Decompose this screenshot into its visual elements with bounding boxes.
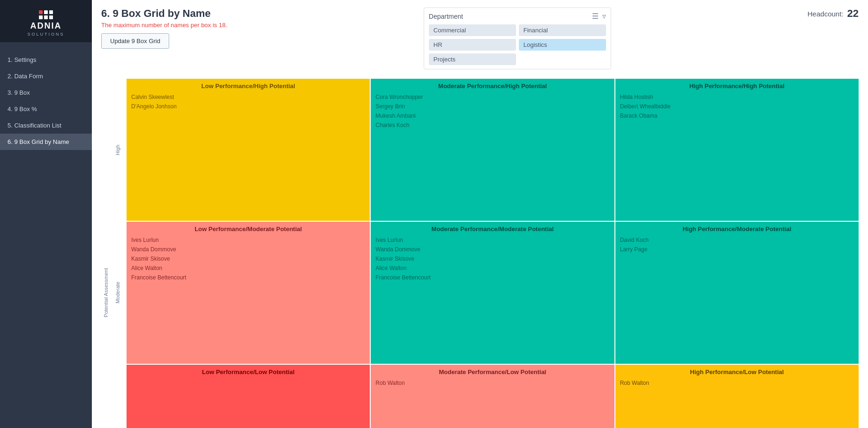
- cell-person-name: Kasmir Skisove: [375, 255, 609, 263]
- cell-person-name: Francoise Bettencourt: [131, 274, 365, 281]
- grid-cell: High Performance/Low PotentialRob Walton: [615, 365, 859, 428]
- cell-person-name: Larry Page: [620, 246, 854, 253]
- cell-title: High Performance/Low Potential: [620, 368, 854, 375]
- cell-person-name: Hilda Hostish: [620, 93, 854, 101]
- logo-dot: [44, 10, 48, 14]
- sidebar-item[interactable]: 4. 9 Box %: [0, 101, 92, 117]
- cell-person-name: D'Angelo Jonhson: [131, 103, 365, 110]
- filter-tag[interactable]: HR: [429, 39, 516, 51]
- cell-person-name: Alice Walton: [131, 264, 365, 272]
- cell-person-name: Rob Walton: [375, 379, 609, 387]
- logo-dot: [39, 10, 43, 14]
- cell-title: Low Performance/High Potential: [131, 83, 365, 90]
- logo-dot: [39, 15, 43, 19]
- cell-person-name: Wanda Dommove: [131, 246, 365, 253]
- filter-tags: CommercialFinancialHRLogisticsProjects: [429, 24, 606, 65]
- y-section-label: Moderate: [115, 221, 120, 364]
- cell-title: High Performance/Moderate Potential: [620, 225, 854, 233]
- y-label-group: HighModerateLow: [111, 79, 125, 428]
- cell-person-name: Mukesh Ambani: [375, 112, 609, 120]
- cell-person-name: Ives Lurlun: [375, 236, 609, 244]
- filter-area: Department ☰ ▿ CommercialFinancialHRLogi…: [424, 8, 611, 69]
- grid-cell: Moderate Performance/Low PotentialRob Wa…: [371, 365, 614, 428]
- filter-funnel-icon[interactable]: ▿: [602, 12, 606, 21]
- cell-person-name: David Koch: [620, 236, 854, 244]
- cell-title: Moderate Performance/Low Potential: [375, 368, 609, 375]
- grid-cell: Low Performance/High PotentialCalvin Ske…: [127, 79, 370, 221]
- logo-text: ADNIA: [6, 21, 86, 31]
- subtitle: The maximum number of names per box is 1…: [101, 22, 227, 29]
- grid-wrapper: Potential Assessment HighModerateLow Low…: [101, 79, 859, 428]
- title-area: 6. 9 Box Grid by Name The maximum number…: [101, 8, 227, 49]
- y-axis-title: Potential Assessment: [101, 79, 111, 428]
- filter-tag[interactable]: Projects: [429, 53, 516, 65]
- grid-cell: Moderate Performance/High PotentialCora …: [371, 79, 614, 221]
- cell-person-name: Cora Wronchopper: [375, 93, 609, 101]
- cell-person-name: Delbert Whealbiddle: [620, 103, 854, 110]
- grid-cell: Moderate Performance/Moderate PotentialI…: [371, 222, 614, 364]
- headcount-value: 22: [847, 8, 859, 20]
- cell-title: High Performance/High Potential: [620, 83, 854, 90]
- filter-list-icon[interactable]: ☰: [592, 12, 599, 21]
- filter-title: Department: [429, 13, 463, 20]
- cell-person-name: Kasmir Skisove: [131, 255, 365, 263]
- logo-sub: SOLUTIONS: [6, 32, 86, 37]
- headcount-label: Headcount:: [808, 10, 844, 18]
- sidebar: ADNIA SOLUTIONS 1. Settings2. Data Form3…: [0, 0, 92, 428]
- 9box-grid: Low Performance/High PotentialCalvin Ske…: [127, 79, 859, 428]
- cell-person-name: Calvin Skeewlest: [131, 93, 365, 101]
- grid-cell: Low Performance/Moderate PotentialIves L…: [127, 222, 370, 364]
- main-content: 6. 9 Box Grid by Name The maximum number…: [92, 0, 868, 428]
- sidebar-item[interactable]: 5. Classification List: [0, 117, 92, 134]
- cell-person-name: Sergey Brin: [375, 103, 609, 110]
- filter-tag[interactable]: Financial: [519, 24, 606, 36]
- logo-dot: [49, 10, 53, 14]
- page-title: 6. 9 Box Grid by Name: [101, 8, 227, 20]
- y-section-label: Low: [115, 364, 120, 428]
- cell-title: Moderate Performance/High Potential: [375, 83, 609, 90]
- cell-person-name: Ives Lurlun: [131, 236, 365, 244]
- logo-grid: [39, 10, 53, 19]
- filter-header: Department ☰ ▿: [429, 12, 606, 21]
- logo-dot: [44, 15, 48, 19]
- filter-tag[interactable]: Commercial: [429, 24, 516, 36]
- filter-icons: ☰ ▿: [592, 12, 606, 21]
- cell-title: Low Performance/Moderate Potential: [131, 225, 365, 233]
- cell-person-name: Barack Obama: [620, 112, 854, 120]
- cell-title: Low Performance/Low Potential: [131, 368, 365, 375]
- cell-person-name: Francoise Bettencourt: [375, 274, 609, 281]
- filter-tag[interactable]: Logistics: [519, 39, 606, 51]
- logo-area: ADNIA SOLUTIONS: [0, 0, 92, 42]
- grid-cell: High Performance/Moderate PotentialDavid…: [615, 222, 859, 364]
- cell-person-name: Charles Koch: [375, 121, 609, 129]
- grid-cell: Low Performance/Low Potential: [127, 365, 370, 428]
- headcount-area: Headcount: 22: [808, 8, 859, 20]
- topbar: 6. 9 Box Grid by Name The maximum number…: [101, 8, 859, 69]
- cell-person-name: Alice Walton: [375, 264, 609, 272]
- sidebar-item[interactable]: 6. 9 Box Grid by Name: [0, 134, 92, 150]
- sidebar-item[interactable]: 1. Settings: [0, 52, 92, 68]
- logo-dot: [49, 15, 53, 19]
- update-9box-button[interactable]: Update 9 Box Grid: [101, 33, 169, 49]
- nav-items: 1. Settings2. Data Form3. 9 Box4. 9 Box …: [0, 52, 92, 428]
- cell-title: Moderate Performance/Moderate Potential: [375, 225, 609, 233]
- sidebar-item[interactable]: 3. 9 Box: [0, 84, 92, 101]
- cell-person-name: Wanda Dommove: [375, 246, 609, 253]
- y-section-label: High: [115, 79, 120, 221]
- sidebar-item[interactable]: 2. Data Form: [0, 68, 92, 84]
- cell-person-name: Rob Walton: [620, 379, 854, 387]
- grid-cell: High Performance/High PotentialHilda Hos…: [615, 79, 859, 221]
